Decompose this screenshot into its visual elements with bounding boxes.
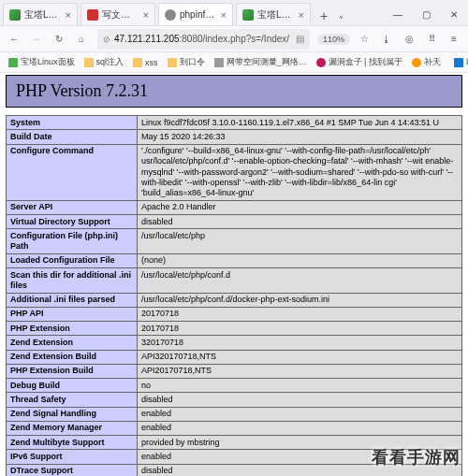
forward-button[interactable]: → xyxy=(26,29,47,50)
bookmark-mobile[interactable]: 移动设备上的书签 xyxy=(451,54,468,70)
table-row: Debug Buildno xyxy=(7,379,462,393)
url-bar[interactable]: ⊘ 47.121.211.205:8080/index.php?s=/Index… xyxy=(97,29,310,50)
tab-close-icon[interactable]: × xyxy=(143,9,149,21)
bookmark-label: 补天 xyxy=(424,56,441,68)
cell-key: Zend Extension xyxy=(7,336,138,350)
url-text: 47.121.211.205:8080/index.php?s=/Index/ xyxy=(114,34,292,44)
cell-value: May 15 2020 14:26:33 xyxy=(138,130,462,144)
cell-value: /usr/local/etc/php/conf.d xyxy=(138,268,462,294)
cell-value: no xyxy=(138,379,462,393)
new-tab-button[interactable]: + xyxy=(314,7,333,25)
table-row: Zend Signal Handlingenabled xyxy=(7,407,462,421)
insecure-icon: ⊘ xyxy=(103,35,110,44)
table-row: Zend Extension BuildAPI320170718,NTS xyxy=(7,350,462,364)
zoom-level[interactable]: 110% xyxy=(317,34,350,45)
cell-value: enabled xyxy=(138,421,462,435)
cell-value: 320170718 xyxy=(138,336,462,350)
tab-close-icon[interactable]: × xyxy=(66,9,71,21)
bookmark-star-icon[interactable]: ☆ xyxy=(354,29,374,50)
page-title: PHP Version 7.2.31 xyxy=(16,81,452,101)
bookmark-label: xss xyxy=(145,58,158,67)
table-row: DTrace Supportdisabled xyxy=(7,464,462,476)
cell-value: API20170718,NTS xyxy=(138,364,462,378)
cell-key: Configuration File (php.ini) Path xyxy=(7,229,138,254)
reader-icon[interactable]: ▤ xyxy=(296,34,304,44)
cell-key: IPv6 Support xyxy=(7,450,138,464)
site-icon xyxy=(316,58,326,67)
table-row: Configure Command'./configure' '--build=… xyxy=(7,144,462,200)
table-row: Additional .ini files parsed/usr/local/e… xyxy=(7,293,462,307)
home-button[interactable]: ⌂ xyxy=(71,29,92,50)
cell-key: Debug Build xyxy=(7,379,138,393)
table-row: Virtual Directory Supportdisabled xyxy=(7,215,462,229)
bookmark-label: 网带空间测量_网络… xyxy=(227,56,307,68)
close-button[interactable]: ✕ xyxy=(440,3,468,25)
tab-label: 宝塔Linux面板 xyxy=(257,8,293,22)
cell-value: provided by mbstring xyxy=(138,436,462,450)
extensions-icon[interactable]: ⠿ xyxy=(421,29,442,50)
browser-tab[interactable]: phpinfo()× xyxy=(158,3,233,25)
cell-key: Server API xyxy=(7,200,138,214)
cell-key: Virtual Directory Support xyxy=(7,215,138,229)
cell-value: enabled xyxy=(138,407,462,421)
table-row: Scan this dir for additional .ini files/… xyxy=(7,268,462,294)
back-button[interactable]: ← xyxy=(4,29,24,50)
table-row: PHP API20170718 xyxy=(7,307,462,321)
tab-overflow-icon[interactable]: ˅ xyxy=(339,15,344,25)
cell-key: PHP API xyxy=(7,307,138,321)
bookmark-item[interactable]: 漏洞盒子 | 找到属于 xyxy=(314,54,405,70)
downloads-icon[interactable]: ⭳ xyxy=(376,29,397,50)
account-icon[interactable]: ◎ xyxy=(399,29,419,50)
tab-favicon-icon xyxy=(165,9,176,21)
cell-key: Zend Memory Manager xyxy=(7,421,138,435)
bookmark-item[interactable]: 到口令 xyxy=(165,54,208,70)
tab-favicon-icon xyxy=(9,9,21,21)
folder-icon xyxy=(84,58,94,67)
folder-icon xyxy=(168,58,177,67)
table-row: Zend Multibyte Supportprovided by mbstri… xyxy=(7,436,462,450)
cell-key: Additional .ini files parsed xyxy=(7,293,138,307)
browser-tab[interactable]: 宝塔Linux面板× xyxy=(3,3,78,25)
bookmark-item[interactable]: 宝塔Linux面板 xyxy=(6,54,78,70)
tab-label: 宝塔Linux面板 xyxy=(24,8,60,22)
table-row: Build DateMay 15 2020 14:26:33 xyxy=(7,130,462,144)
cell-value: API320170718,NTS xyxy=(138,350,462,364)
browser-tab[interactable]: 宝塔Linux面板× xyxy=(236,3,311,25)
cell-key: DTrace Support xyxy=(7,464,138,476)
bookmark-label: sql注入 xyxy=(96,56,124,68)
reload-button[interactable]: ↻ xyxy=(49,29,69,50)
table-row: Loaded Configuration File(none) xyxy=(7,253,462,267)
cell-key: Thread Safety xyxy=(7,393,138,407)
cell-key: Scan this dir for additional .ini files xyxy=(7,268,138,294)
bookmark-item[interactable]: xss xyxy=(130,54,161,70)
table-row: Server APIApache 2.0 Handler xyxy=(7,200,462,214)
bookmark-label: 漏洞盒子 | 找到属于 xyxy=(329,56,402,68)
cell-key: Build Date xyxy=(7,130,138,144)
maximize-button[interactable]: ▢ xyxy=(412,3,440,25)
table-row: Thread Safetydisabled xyxy=(7,393,462,407)
cell-key: Zend Multibyte Support xyxy=(7,436,138,450)
minimize-button[interactable]: — xyxy=(384,3,412,25)
bookmark-label: 到口令 xyxy=(180,56,205,68)
folder-icon xyxy=(133,58,142,67)
tab-close-icon[interactable]: × xyxy=(221,9,227,21)
tab-favicon-icon xyxy=(242,9,254,21)
cell-key: Zend Signal Handling xyxy=(7,407,138,421)
cell-value: 20170718 xyxy=(138,322,462,336)
cell-value: enabled xyxy=(138,450,462,464)
bookmark-label: 宝塔Linux面板 xyxy=(21,56,75,68)
cell-key: Loaded Configuration File xyxy=(7,253,138,267)
browser-tab[interactable]: 写文章-CSDN× xyxy=(80,3,155,25)
cell-key: PHP Extension Build xyxy=(7,364,138,378)
bookmark-item[interactable]: 网带空间测量_网络… xyxy=(212,54,310,70)
site-icon xyxy=(412,58,421,67)
tab-close-icon[interactable]: × xyxy=(299,9,304,21)
cell-key: PHP Extension xyxy=(7,322,138,336)
cell-value: Apache 2.0 Handler xyxy=(138,200,462,214)
menu-icon[interactable]: ≡ xyxy=(444,29,464,50)
table-row: Configuration File (php.ini) Path/usr/lo… xyxy=(7,229,462,254)
bookmark-item[interactable]: sql注入 xyxy=(81,54,127,70)
cell-value: disabled xyxy=(138,393,462,407)
bookmark-item[interactable]: 补天 xyxy=(409,54,444,70)
table-row: PHP Extension20170718 xyxy=(7,322,462,336)
